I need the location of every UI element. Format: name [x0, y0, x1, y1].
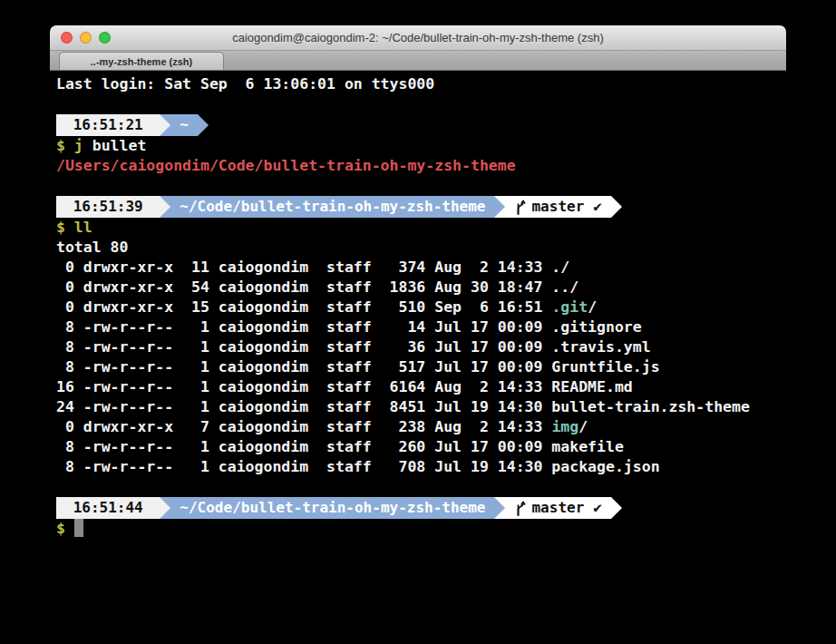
terminal-text-span: $ ll [56, 219, 92, 236]
terminal-line: /Users/caiogondim/Code/bullet-train-oh-m… [56, 156, 786, 176]
terminal-text-span: total 80 [56, 239, 128, 256]
terminal-text-span: Last login: Sat Sep 6 13:06:01 on ttys00… [56, 75, 434, 93]
prompt-line: 16:51:21 ~ [56, 114, 786, 136]
terminal-blank-line [56, 176, 786, 196]
git-branch-icon [514, 500, 526, 517]
tab-bar: ..-my-zsh-theme (zsh) [50, 51, 786, 71]
tab-label: ..-my-zsh-theme (zsh) [91, 56, 192, 67]
powerline-separator-icon [494, 497, 505, 519]
powerline-separator-icon [611, 497, 622, 519]
terminal-line: $ [56, 519, 786, 539]
terminal-text-span: 8 -rw-r--r-- 1 caiogondim staff 36 Jul 1… [56, 338, 651, 356]
prompt-path-segment: ~ [170, 114, 198, 136]
terminal-text-span: / [578, 418, 588, 435]
terminal-line: 8 -rw-r--r-- 1 caiogondim staff 36 Jul 1… [56, 337, 786, 357]
prompt-time-segment: 16:51:39 [56, 196, 160, 218]
terminal-tab[interactable]: ..-my-zsh-theme (zsh) [59, 52, 224, 70]
terminal-text-span: / [588, 298, 597, 316]
terminal-text-span: .git [551, 298, 588, 316]
terminal-line: 8 -rw-r--r-- 1 caiogondim staff 517 Jul … [56, 357, 786, 377]
minimize-button-icon[interactable] [80, 32, 92, 44]
terminal-line: 8 -rw-r--r-- 1 caiogondim staff 14 Jul 1… [56, 317, 786, 337]
zoom-button-icon[interactable] [99, 32, 111, 44]
terminal-window: caiogondim@caiogondim-2: ~/Code/bullet-t… [50, 25, 786, 644]
terminal-blank-line [56, 94, 786, 114]
terminal-line: 8 -rw-r--r-- 1 caiogondim staff 708 Jul … [56, 457, 786, 477]
terminal-line: 16 -rw-r--r-- 1 caiogondim staff 6164 Au… [56, 377, 786, 397]
powerline-separator-icon [160, 196, 170, 218]
terminal-cursor [74, 519, 83, 537]
powerline-separator-icon [494, 196, 505, 218]
traffic-lights [61, 25, 111, 50]
close-button-icon[interactable] [61, 32, 73, 44]
terminal-line: 8 -rw-r--r-- 1 caiogondim staff 260 Jul … [56, 437, 786, 457]
prompt-time-segment: 16:51:21 [56, 114, 160, 136]
terminal-text-span: 0 drwxr-xr-x 7 caiogondim staff 238 Aug … [56, 418, 551, 435]
terminal-line: 0 drwxr-xr-x 11 caiogondim staff 374 Aug… [56, 258, 786, 278]
terminal-line: 0 drwxr-xr-x 7 caiogondim staff 238 Aug … [56, 417, 786, 437]
prompt-line: 16:51:39 ~/Code/bullet-train-oh-my-zsh-t… [56, 196, 786, 218]
terminal-content[interactable]: Last login: Sat Sep 6 13:06:01 on ttys00… [50, 71, 786, 644]
terminal-line: $ j bullet [56, 136, 786, 156]
git-clean-check-icon: ✔ [593, 498, 602, 518]
terminal-line: 0 drwxr-xr-x 15 caiogondim staff 510 Sep… [56, 298, 786, 317]
terminal-text-span: img [551, 418, 578, 435]
terminal-text-span: 8 -rw-r--r-- 1 caiogondim staff 517 Jul … [56, 358, 660, 376]
git-branch-icon [514, 199, 526, 216]
terminal-text-span: $ [56, 520, 74, 537]
prompt-git-segment: master✔ [505, 196, 610, 218]
terminal-text-span: 8 -rw-r--r-- 1 caiogondim staff 708 Jul … [56, 458, 660, 475]
prompt-git-segment: master✔ [505, 497, 610, 519]
terminal-text-span: 0 drwxr-xr-x 15 caiogondim staff 510 Sep… [56, 298, 551, 316]
terminal-text-span: 8 -rw-r--r-- 1 caiogondim staff 260 Jul … [56, 438, 624, 455]
window-title: caiogondim@caiogondim-2: ~/Code/bullet-t… [232, 31, 604, 44]
terminal-text-span: 0 drwxr-xr-x 54 caiogondim staff 1836 Au… [56, 278, 578, 296]
prompt-path-segment: ~/Code/bullet-train-oh-my-zsh-theme [170, 497, 494, 519]
git-branch-name: master [531, 498, 584, 518]
terminal-blank-line [56, 477, 786, 497]
terminal-line: $ ll [56, 218, 786, 238]
terminal-text-span: 24 -rw-r--r-- 1 caiogondim staff 8451 Ju… [56, 398, 750, 415]
terminal-line: 24 -rw-r--r-- 1 caiogondim staff 8451 Ju… [56, 397, 786, 417]
prompt-time-segment: 16:51:44 [56, 497, 160, 519]
git-clean-check-icon: ✔ [593, 197, 602, 217]
terminal-text-span: bullet [92, 137, 147, 154]
prompt-path-segment: ~/Code/bullet-train-oh-my-zsh-theme [170, 196, 494, 218]
powerline-separator-icon [160, 497, 170, 519]
prompt-line: 16:51:44 ~/Code/bullet-train-oh-my-zsh-t… [56, 497, 786, 519]
terminal-text-span: 0 drwxr-xr-x 11 caiogondim staff 374 Aug… [56, 259, 569, 276]
terminal-text-span: $ j [56, 137, 92, 154]
git-branch-name: master [531, 197, 584, 217]
terminal-text-span: /Users/caiogondim/Code/bullet-train-oh-m… [56, 157, 516, 174]
terminal-line: 0 drwxr-xr-x 54 caiogondim staff 1836 Au… [56, 278, 786, 298]
powerline-separator-icon [160, 114, 170, 136]
terminal-text-span: 16 -rw-r--r-- 1 caiogondim staff 6164 Au… [56, 378, 633, 395]
terminal-line: Last login: Sat Sep 6 13:06:01 on ttys00… [56, 74, 786, 94]
terminal-text-span: 8 -rw-r--r-- 1 caiogondim staff 14 Jul 1… [56, 318, 642, 336]
terminal-line: total 80 [56, 238, 786, 258]
powerline-separator-icon [198, 114, 209, 136]
powerline-separator-icon [611, 196, 622, 218]
window-titlebar[interactable]: caiogondim@caiogondim-2: ~/Code/bullet-t… [50, 25, 786, 51]
